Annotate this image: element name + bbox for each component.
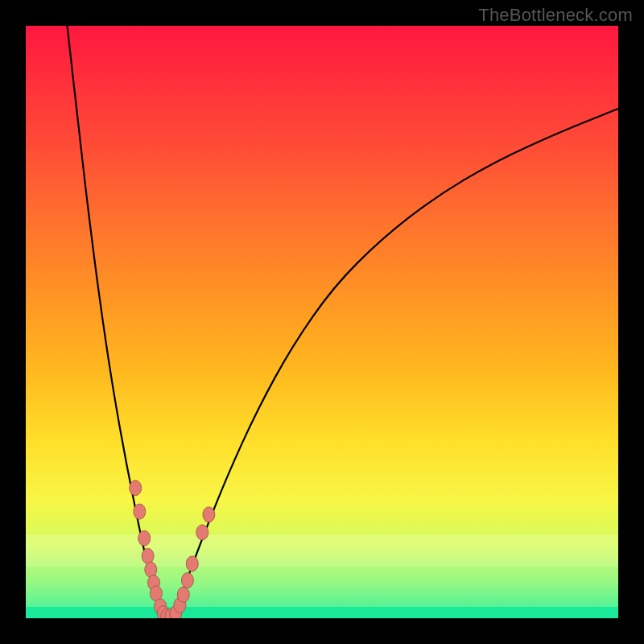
chart-frame: TheBottleneck.com [0,0,644,644]
plot-area [26,26,618,618]
right-curve [174,109,618,618]
data-point [142,548,154,564]
data-point [134,504,146,519]
chart-svg [26,26,618,618]
data-point [186,556,198,572]
data-point [177,587,189,602]
data-point [196,525,208,540]
data-point [203,507,215,522]
data-point [138,530,151,546]
watermark-text: TheBottleneck.com [478,5,633,26]
data-points [130,481,215,618]
data-point [181,572,193,588]
left-curve [68,26,166,618]
data-point [130,481,142,496]
